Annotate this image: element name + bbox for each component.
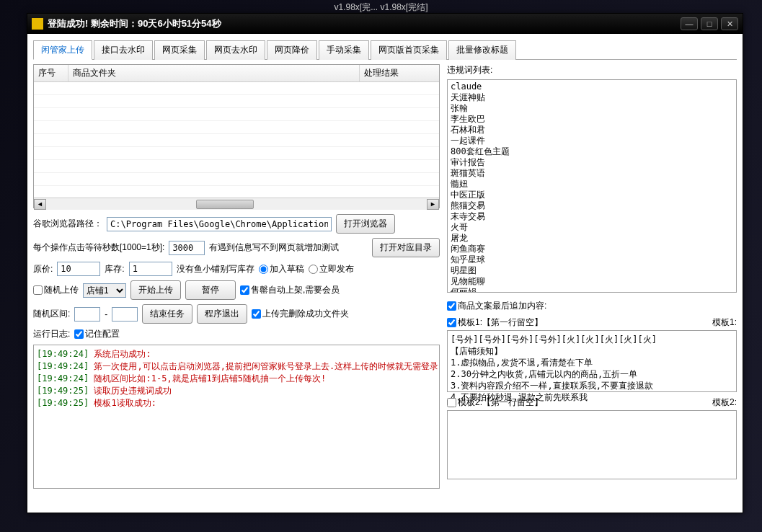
remember-checkbox[interactable]: 记住配置 — [74, 328, 120, 340]
end-task-button[interactable]: 结束任务 — [142, 304, 192, 324]
log-output[interactable]: [19:49:24] 系统启动成功:[19:49:24] 第一次使用,可以点击启… — [33, 345, 440, 489]
chrome-path-label: 谷歌浏览器路径： — [33, 218, 102, 230]
table-row — [34, 121, 439, 134]
table-row — [34, 173, 439, 186]
table-row — [34, 134, 439, 147]
start-upload-button[interactable]: 开始上传 — [130, 280, 181, 300]
scroll-right-icon[interactable]: ► — [427, 199, 439, 210]
app-window: 登陆成功! 剩余时间：90天6小时51分54秒 — □ ✕ 闲管家上传 接口去水… — [27, 13, 743, 513]
pause-button[interactable]: 暂停 — [185, 280, 236, 300]
template2-textarea[interactable] — [447, 410, 737, 479]
scroll-thumb[interactable] — [196, 200, 254, 209]
tab-web-collect[interactable]: 网页采集 — [154, 40, 205, 60]
window-titlebar[interactable]: 登陆成功! 剩余时间：90天6小时51分54秒 — □ ✕ — [27, 14, 743, 34]
range-to-input[interactable] — [112, 307, 138, 322]
wait-input[interactable] — [169, 241, 205, 255]
tab-web-price[interactable]: 网页降价 — [267, 40, 317, 60]
tab-manual-collect[interactable]: 手动采集 — [319, 40, 369, 60]
price-label: 原价: — [33, 263, 53, 275]
violation-label: 违规词列表: — [447, 64, 737, 76]
violation-list[interactable]: claude天涯神贴张翰李生欧巴石林和君一起课件800套红色主题审计报告斑猫英语… — [447, 79, 737, 293]
exit-button[interactable]: 程序退出 — [197, 304, 247, 324]
open-browser-button[interactable]: 打开浏览器 — [336, 214, 395, 234]
stock-input[interactable] — [129, 262, 172, 276]
template1-textarea[interactable]: [号外][号外][号外][号外][火][火][火][火][火] 【店铺须知】 1… — [447, 330, 737, 392]
append-content-checkbox[interactable]: 商品文案最后追加内容: — [447, 300, 546, 312]
delete-after-checkbox[interactable]: 上传完删除成功文件夹 — [252, 308, 349, 320]
table-row — [34, 147, 439, 160]
minimize-button[interactable]: — — [681, 17, 698, 30]
tab-upload[interactable]: 闲管家上传 — [33, 40, 92, 60]
stock-label: 库存: — [105, 263, 124, 275]
table-row — [34, 160, 439, 173]
col-result[interactable]: 处理结果 — [360, 65, 439, 81]
publish-radio[interactable]: 立即发布 — [309, 263, 354, 275]
tab-web-homepage[interactable]: 网页版首页采集 — [371, 40, 447, 60]
random-upload-checkbox[interactable]: 随机上传 — [33, 284, 79, 296]
col-folder[interactable]: 商品文件夹 — [68, 65, 360, 81]
tab-bar: 闲管家上传 接口去水印 网页采集 网页去水印 网页降价 手动采集 网页版首页采集… — [33, 40, 737, 60]
chrome-path-input[interactable] — [107, 217, 332, 231]
wait-label: 每个操作点击等待秒数[1000=1秒]: — [33, 241, 164, 254]
table-row — [34, 82, 439, 95]
auto-shelf-checkbox[interactable]: 售罄自动上架,需要会员 — [240, 284, 340, 296]
close-button[interactable]: ✕ — [721, 17, 738, 30]
template1-checkbox[interactable]: 模板1:【第一行留空】 — [447, 316, 543, 329]
product-grid[interactable]: 序号 商品文件夹 处理结果 — [33, 64, 440, 208]
shop-select[interactable]: 店铺1 — [83, 283, 126, 298]
price-input[interactable] — [57, 262, 100, 276]
draft-radio[interactable]: 加入草稿 — [259, 263, 304, 275]
template2-label: 模板2: — [712, 396, 737, 409]
maximize-button[interactable]: □ — [701, 17, 718, 30]
stock-hint: 没有鱼小铺别写库存 — [177, 263, 254, 275]
wait-hint: 有遇到信息写不到网页就增加测试 — [209, 241, 339, 254]
table-row — [34, 95, 439, 108]
col-index[interactable]: 序号 — [34, 65, 68, 81]
range-label: 随机区间: — [33, 308, 70, 320]
open-dir-button[interactable]: 打开对应目录 — [372, 238, 440, 257]
app-icon — [32, 18, 43, 30]
tab-web-watermark[interactable]: 网页去水印 — [206, 40, 265, 60]
range-from-input[interactable] — [74, 307, 100, 322]
range-dash: - — [105, 309, 107, 319]
table-row — [34, 108, 439, 121]
template2-checkbox[interactable]: 模板2:【第一行留空】 — [447, 396, 543, 409]
log-label: 运行日志: — [33, 328, 70, 340]
template1-label: 模板1: — [712, 316, 737, 329]
window-title: 登陆成功! 剩余时间：90天6小时51分54秒 — [48, 17, 681, 30]
tab-batch-title[interactable]: 批量修改标题 — [448, 40, 516, 60]
grid-hscroll[interactable]: ◄ ► — [34, 198, 439, 210]
scroll-left-icon[interactable]: ◄ — [34, 199, 46, 210]
tab-api-watermark[interactable]: 接口去水印 — [94, 40, 153, 60]
